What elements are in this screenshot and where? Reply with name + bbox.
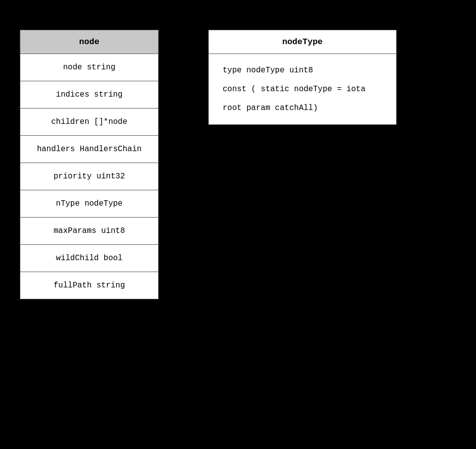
- table-row: maxParams uint8: [20, 218, 158, 245]
- node-table: node node string indices string children…: [20, 30, 159, 299]
- diagram-container: node node string indices string children…: [20, 30, 397, 299]
- content-line: type nodeType uint8: [223, 66, 382, 75]
- table-row: handlers HandlersChain: [20, 136, 158, 163]
- content-line: root param catchAll): [223, 104, 382, 112]
- table-row: indices string: [20, 81, 158, 109]
- nodetype-box-content: type nodeType uint8 const ( static nodeT…: [209, 54, 396, 124]
- content-line: const ( static nodeType = iota: [223, 85, 382, 94]
- table-row: children []*node: [20, 109, 158, 136]
- table-row: fullPath string: [20, 272, 158, 299]
- node-table-header: node: [20, 30, 158, 54]
- nodetype-box-header: nodeType: [209, 30, 396, 54]
- table-row: wildChild bool: [20, 245, 158, 272]
- table-row: nType nodeType: [20, 190, 158, 218]
- nodetype-box: nodeType type nodeType uint8 const ( sta…: [208, 30, 397, 125]
- table-row: node string: [20, 54, 158, 81]
- table-row: priority uint32: [20, 163, 158, 190]
